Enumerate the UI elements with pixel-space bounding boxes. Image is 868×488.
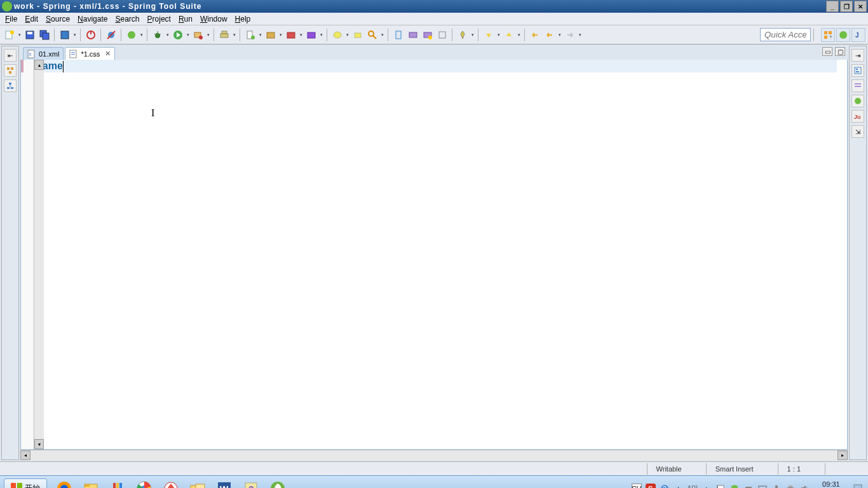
close-button[interactable]: ✕	[854, 1, 867, 12]
taskbar-paint-icon[interactable]	[105, 478, 130, 489]
open-perspective-button[interactable]: +	[821, 28, 835, 42]
taskbar-folders-icon[interactable]	[185, 478, 210, 489]
taskbar-spring-icon[interactable]	[265, 478, 290, 489]
package-explorer-icon[interactable]	[4, 64, 17, 77]
prev-annotation-button[interactable]	[502, 28, 516, 42]
next-annotation-button[interactable]	[482, 28, 496, 42]
run-last-dropdown[interactable]: ▾	[206, 28, 211, 42]
restore-left-icon[interactable]: ⇤	[4, 49, 17, 62]
taskbar-explorer-icon[interactable]	[78, 478, 104, 489]
horizontal-scrollbar[interactable]: ◂ ▸	[20, 450, 848, 460]
pin-dropdown[interactable]: ▾	[470, 28, 475, 42]
language-indicator[interactable]: CH	[632, 484, 642, 489]
new-package-dropdown[interactable]: ▾	[278, 28, 283, 42]
security-tray-icon[interactable]	[729, 484, 740, 489]
restart-button[interactable]	[84, 28, 98, 42]
switch-dropdown[interactable]: ▾	[72, 28, 78, 42]
beans-view-icon[interactable]	[851, 95, 864, 107]
save-button[interactable]	[23, 28, 37, 42]
close-tab-icon[interactable]: ✕	[105, 50, 111, 58]
taskbar-firefox-icon[interactable]	[51, 478, 77, 489]
open-type-dropdown[interactable]: ▾	[345, 28, 350, 42]
back-button[interactable]	[543, 28, 557, 42]
minimize-editor-button[interactable]: ▭	[822, 47, 832, 56]
start-button[interactable]: 开始	[4, 478, 47, 489]
run-button[interactable]	[171, 28, 185, 42]
maximize-button[interactable]: ❐	[840, 1, 853, 12]
minimize-button[interactable]: _	[826, 1, 839, 12]
tab-1-css[interactable]: *1.css ✕	[65, 47, 115, 60]
junit-view-icon[interactable]: Ju	[851, 110, 864, 123]
prev-dropdown[interactable]: ▾	[517, 28, 522, 42]
forward-dropdown[interactable]: ▾	[578, 28, 583, 42]
menu-run[interactable]: Run	[175, 13, 196, 25]
new-server-dropdown[interactable]: ▾	[232, 28, 237, 42]
menu-window[interactable]: Window	[196, 13, 231, 25]
menu-help[interactable]: Help	[231, 13, 255, 25]
run-last-button[interactable]	[191, 28, 205, 42]
new-server-button[interactable]	[217, 28, 231, 42]
search-dropdown[interactable]: ▾	[380, 28, 385, 42]
toggle-mark-button[interactable]	[391, 28, 405, 42]
pin-button[interactable]	[456, 28, 470, 42]
open-type-button[interactable]	[330, 28, 344, 42]
back-dropdown[interactable]: ▾	[557, 28, 562, 42]
new-plugin-dropdown[interactable]: ▾	[299, 28, 304, 42]
printer-tray-icon[interactable]	[785, 484, 796, 489]
volume-tray-icon[interactable]	[799, 484, 810, 489]
menu-file[interactable]: File	[1, 13, 21, 25]
search-button[interactable]	[365, 28, 379, 42]
new-annotation-button[interactable]	[304, 28, 318, 42]
open-button[interactable]	[435, 28, 449, 42]
relaunch-button[interactable]	[125, 28, 139, 42]
taskbar-app1-icon[interactable]	[158, 478, 184, 489]
last-edit-button[interactable]	[528, 28, 542, 42]
save-all-button[interactable]	[37, 28, 51, 42]
scroll-up-icon[interactable]: ▴	[34, 60, 44, 70]
monitor-tray-icon[interactable]	[757, 484, 768, 489]
menu-project[interactable]: Project	[144, 13, 175, 25]
menu-search[interactable]: Search	[111, 13, 143, 25]
task-button[interactable]	[421, 28, 435, 42]
open-task-button[interactable]	[351, 28, 365, 42]
debug-dropdown[interactable]: ▾	[165, 28, 170, 42]
tab-01-xml[interactable]: X 01.xml	[23, 47, 64, 60]
open-resource-button[interactable]	[406, 28, 420, 42]
new-java-button[interactable]	[243, 28, 257, 42]
editor-body[interactable]: name I ▴ ▾	[20, 60, 848, 450]
outline-view-icon[interactable]	[851, 64, 864, 77]
skip-breakpoints-button[interactable]	[104, 28, 118, 42]
new-java-dropdown[interactable]: ▾	[258, 28, 263, 42]
taskbar-chrome-icon[interactable]	[132, 478, 157, 489]
debug-button[interactable]	[151, 28, 165, 42]
taskbar-word-icon[interactable]: W	[212, 478, 237, 489]
menu-navigate[interactable]: Navigate	[74, 13, 111, 25]
api-tray-label[interactable]: API	[688, 484, 698, 489]
run-dropdown[interactable]: ▾	[186, 28, 191, 42]
new-annotation-dropdown[interactable]: ▾	[319, 28, 324, 42]
menu-edit[interactable]: Edit	[21, 13, 42, 25]
taskbar-help-icon[interactable]: ?	[238, 478, 264, 489]
menu-source[interactable]: Source	[42, 13, 74, 25]
flag-tray-icon[interactable]	[715, 484, 726, 489]
task-list-icon[interactable]	[851, 79, 864, 92]
tray-clock[interactable]: 09:31 2018-07-22	[813, 480, 849, 489]
spring-perspective-button[interactable]	[836, 28, 850, 42]
scroll-down-icon[interactable]: ▾	[34, 439, 44, 449]
scroll-right-icon[interactable]: ▸	[837, 451, 848, 460]
show-desktop-button[interactable]	[853, 484, 863, 489]
scroll-left-icon[interactable]: ◂	[20, 451, 31, 460]
java-perspective-button[interactable]: J	[851, 28, 865, 42]
minimize-trim-icon[interactable]: ⇲	[851, 125, 864, 138]
new-plugin-button[interactable]	[284, 28, 298, 42]
relaunch-dropdown[interactable]: ▾	[139, 28, 144, 42]
usb-tray-icon[interactable]	[771, 484, 782, 489]
maximize-editor-button[interactable]: ▢	[835, 47, 845, 56]
help-tray-icon[interactable]: ?	[660, 484, 670, 489]
new-button[interactable]	[3, 28, 17, 42]
sogou-icon[interactable]: S	[646, 484, 656, 489]
type-hierarchy-icon[interactable]	[4, 79, 17, 92]
new-package-button[interactable]	[264, 28, 278, 42]
next-dropdown[interactable]: ▾	[496, 28, 501, 42]
dropbox-tray-icon[interactable]	[743, 484, 754, 489]
